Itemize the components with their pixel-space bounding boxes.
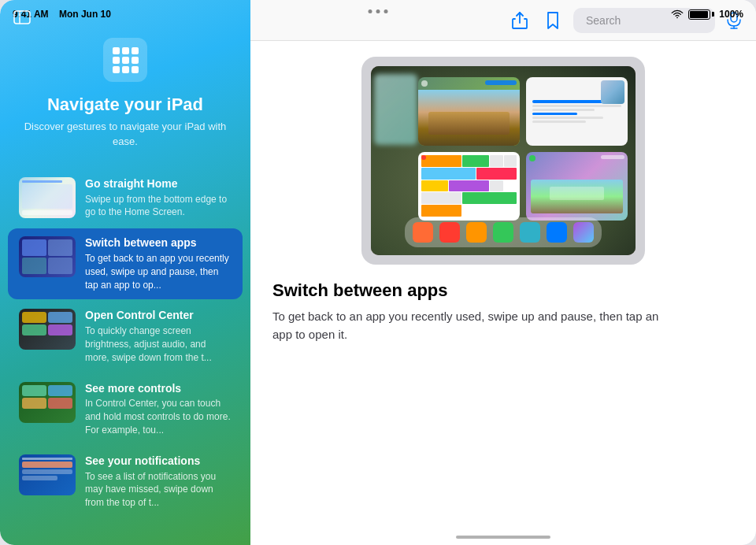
sidebar-item-control-center[interactable]: Open Control Center To quickly change sc… bbox=[8, 301, 243, 372]
sidebar-item-go-straight-home[interactable]: Go straight Home Swipe up from the botto… bbox=[8, 169, 243, 227]
sidebar-item-desc-notif: To see a list of notifications you may h… bbox=[85, 470, 232, 510]
sidebar-item-text-notif: See your notifications To see a list of … bbox=[85, 454, 232, 510]
ipad-dock bbox=[405, 217, 602, 247]
sidebar-subtitle: Discover gestures to navigate your iPad … bbox=[19, 120, 232, 148]
ipad-frame bbox=[361, 57, 645, 265]
sidebar-item-desc-home: Swipe up from the bottom edge to go to t… bbox=[85, 193, 232, 220]
content-title: Switch between apps bbox=[272, 280, 666, 301]
sidebar-toggle-button[interactable] bbox=[11, 6, 33, 28]
dock-icon-6 bbox=[547, 222, 567, 243]
blurred-background-app bbox=[374, 74, 417, 145]
main-content: Switch between apps To get back to an ap… bbox=[250, 0, 756, 545]
sidebar-item-thumb-notif bbox=[19, 454, 76, 495]
sidebar-item-title-control: Open Control Center bbox=[85, 309, 232, 322]
dot-2 bbox=[376, 9, 380, 13]
dock-icon-5 bbox=[520, 222, 540, 243]
dock-icon-3 bbox=[466, 222, 487, 243]
battery-percentage: 100% bbox=[719, 9, 743, 20]
sidebar-item-thumb-more bbox=[19, 382, 76, 423]
svg-rect-11 bbox=[132, 66, 139, 73]
sidebar-item-desc-control: To quickly change screen brightness, adj… bbox=[85, 324, 232, 364]
dock-icon-7 bbox=[573, 222, 594, 243]
sidebar-item-text-control: Open Control Center To quickly change sc… bbox=[85, 309, 232, 364]
dock-icon-4 bbox=[493, 222, 513, 243]
sidebar-item-title-more: See more controls bbox=[85, 382, 232, 395]
sidebar-item-notifications[interactable]: See your notifications To see a list of … bbox=[8, 447, 243, 517]
sidebar-item-title-switch: Switch between apps bbox=[85, 236, 232, 250]
sidebar-item-thumb-control bbox=[19, 309, 76, 350]
dock-icon-1 bbox=[413, 222, 433, 243]
sidebar-item-title-notif: See your notifications bbox=[85, 454, 232, 468]
svg-rect-10 bbox=[122, 66, 129, 73]
dot-3 bbox=[384, 9, 388, 13]
wifi-icon bbox=[671, 9, 684, 19]
dock-icon-2 bbox=[439, 222, 460, 243]
sidebar-item-title-home: Go straight Home bbox=[85, 177, 232, 191]
home-indicator bbox=[250, 529, 756, 545]
app-card-4 bbox=[526, 152, 628, 221]
sidebar: Navigate your iPad Discover gestures to … bbox=[0, 0, 250, 545]
sidebar-item-text-switch: Switch between apps To get back to an ap… bbox=[85, 236, 232, 291]
sidebar-item-desc-switch: To get back to an app you recently used,… bbox=[85, 252, 232, 291]
app-switcher-grid bbox=[418, 77, 628, 221]
content-description: To get back to an app you recently used,… bbox=[272, 307, 666, 344]
sidebar-item-more-controls[interactable]: See more controls In Control Center, you… bbox=[8, 374, 243, 445]
top-dots bbox=[369, 9, 388, 13]
battery-icon bbox=[688, 9, 714, 20]
sidebar-item-text-more: See more controls In Control Center, you… bbox=[85, 382, 232, 437]
content-area: Switch between apps To get back to an ap… bbox=[250, 41, 756, 529]
ipad-screen bbox=[371, 66, 636, 255]
sidebar-items-list: Go straight Home Swipe up from the botto… bbox=[0, 161, 250, 545]
sidebar-item-thumb-home bbox=[19, 177, 76, 218]
svg-rect-6 bbox=[113, 57, 120, 64]
status-indicators: 100% bbox=[671, 9, 743, 20]
sidebar-item-thumb-switch bbox=[19, 236, 76, 277]
text-content: Switch between apps To get back to an ap… bbox=[272, 280, 666, 344]
sidebar-item-text-home: Go straight Home Swipe up from the botto… bbox=[85, 177, 232, 219]
dot-1 bbox=[369, 9, 372, 13]
sidebar-header-icon bbox=[100, 35, 150, 85]
svg-rect-5 bbox=[132, 47, 139, 54]
ipad-illustration-container bbox=[272, 57, 734, 265]
svg-rect-7 bbox=[122, 57, 129, 64]
svg-rect-3 bbox=[113, 47, 120, 54]
sidebar-title: Navigate your iPad bbox=[47, 95, 203, 115]
home-bar bbox=[456, 536, 550, 539]
sidebar-item-switch-apps[interactable]: Switch between apps To get back to an ap… bbox=[8, 228, 243, 299]
svg-rect-8 bbox=[132, 57, 139, 64]
ipad-illustration bbox=[361, 57, 645, 265]
svg-rect-0 bbox=[14, 11, 30, 24]
status-bar: 9:41 AM Mon Jun 10 100% bbox=[0, 0, 756, 28]
app-card-3 bbox=[418, 152, 520, 221]
svg-rect-9 bbox=[113, 66, 120, 73]
device-frame: 9:41 AM Mon Jun 10 100% bbox=[0, 0, 756, 545]
status-date: Mon Jun 10 bbox=[59, 9, 111, 20]
app-card-2 bbox=[526, 77, 628, 146]
svg-rect-4 bbox=[122, 47, 129, 54]
sidebar-item-desc-more: In Control Center, you can touch and hol… bbox=[85, 397, 232, 436]
app-card-1 bbox=[418, 77, 520, 146]
sidebar-toggle-icon bbox=[13, 10, 31, 24]
